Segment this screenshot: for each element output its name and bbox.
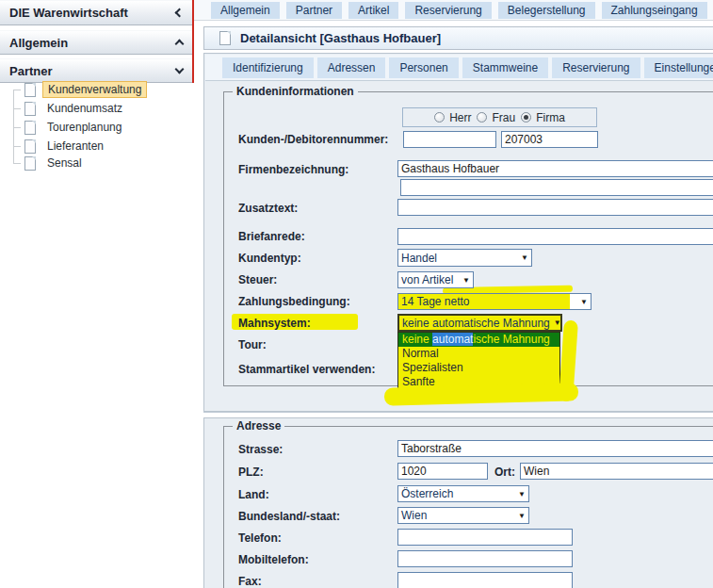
app-window: DIE Warenwirtschaft Allgemein Partner Ku… bbox=[0, 0, 713, 588]
dropdown-arrow-icon: ▼ bbox=[580, 298, 588, 306]
sidebar-item-sensal[interactable]: Sensal bbox=[0, 155, 87, 172]
dropdown-option-normal[interactable]: Normal bbox=[398, 347, 559, 361]
menu-item-partner[interactable]: Partner bbox=[286, 2, 342, 19]
briefanrede-label: Briefanrede: bbox=[238, 230, 305, 243]
sidebar-title: DIE Warenwirtschaft bbox=[9, 6, 128, 20]
ort-label: Ort: bbox=[494, 466, 515, 479]
sidebar-item-tourenplanung[interactable]: Tourenplanung bbox=[0, 119, 126, 136]
groupbox-legend: Adresse bbox=[233, 419, 284, 433]
steuer-select[interactable]: von Artikel ▼ bbox=[397, 271, 474, 288]
document-icon bbox=[24, 139, 36, 154]
zusatztext-input[interactable] bbox=[397, 199, 713, 216]
land-label: Land: bbox=[238, 488, 269, 501]
menu-item-reservierung[interactable]: Reservierung bbox=[405, 2, 491, 19]
kundennummer-input-2[interactable]: 207003 bbox=[501, 131, 598, 148]
mobiltelefon-input[interactable] bbox=[397, 550, 573, 567]
zahlungsbedingung-label: Zahlungsbedingung: bbox=[238, 295, 350, 308]
sidebar-section-label: Partner bbox=[9, 64, 53, 78]
sidebar-item-kundenverwaltung[interactable]: Kundenverwaltung bbox=[0, 81, 147, 98]
fax-label: Fax: bbox=[238, 575, 262, 588]
ort-input[interactable]: Wien bbox=[520, 463, 713, 480]
sidebar-title-bar[interactable]: DIE Warenwirtschaft bbox=[0, 0, 192, 25]
mahnsystem-label: Mahnsystem: bbox=[238, 317, 311, 330]
menu-item-belegerstellung[interactable]: Belegerstellung bbox=[498, 2, 595, 19]
menu-item-zahlungseingang[interactable]: Zahlungseingang bbox=[602, 2, 707, 19]
collapse-sidebar-icon bbox=[175, 8, 185, 18]
option-text: keine bbox=[402, 333, 432, 346]
tree-item-label: Tourenplanung bbox=[42, 120, 126, 135]
tab-stammweine[interactable]: Stammweine bbox=[462, 57, 548, 78]
strasse-label: Strasse: bbox=[238, 443, 283, 456]
select-value: 14 Tage netto bbox=[401, 295, 470, 308]
radio-label: Firma bbox=[536, 111, 565, 124]
tab-personen[interactable]: Personen bbox=[389, 57, 458, 78]
firmenbezeichnung-input-2[interactable] bbox=[400, 179, 713, 196]
groupbox-legend: Kundeninformationen bbox=[233, 85, 358, 98]
dropdown-arrow-icon: ▼ bbox=[462, 276, 470, 285]
dropdown-arrow-icon: ▼ bbox=[518, 490, 526, 498]
tree-item-label: Kundenverwaltung bbox=[42, 81, 147, 98]
radio-frau[interactable]: Frau bbox=[477, 111, 515, 124]
sidebar-item-kundenumsatz[interactable]: Kundenumsatz bbox=[0, 100, 127, 117]
option-text: ische Mahnung bbox=[473, 333, 549, 346]
radio-icon-checked bbox=[521, 112, 531, 122]
tour-label: Tour: bbox=[238, 338, 267, 351]
tree-connector-stub bbox=[13, 163, 21, 164]
chevron-up-icon bbox=[175, 40, 185, 49]
tree-connector-stub bbox=[13, 90, 21, 90]
land-select[interactable]: Österreich ▼ bbox=[397, 485, 529, 502]
tab-einstellungen[interactable]: Einstellungen bbox=[644, 57, 713, 78]
tree-item-label: Kundenumsatz bbox=[42, 101, 127, 116]
select-value: Österreich bbox=[401, 487, 453, 500]
radio-firma[interactable]: Firma bbox=[521, 111, 565, 124]
radio-icon bbox=[434, 112, 445, 122]
document-icon bbox=[24, 156, 36, 171]
menu-item-artikel[interactable]: Artikel bbox=[348, 2, 398, 19]
stammartikel-label: Stammartikel verwenden: bbox=[238, 363, 375, 376]
detail-tabbar: Identifizierung Adressen Personen Stammw… bbox=[205, 55, 713, 81]
salutation-radio-group: Herr Frau Firma bbox=[402, 107, 597, 127]
tab-reservierung[interactable]: Reservierung bbox=[552, 57, 640, 78]
plz-input[interactable]: 1020 bbox=[397, 463, 488, 480]
menu-item-allgemein[interactable]: Allgemein bbox=[211, 2, 280, 19]
radio-herr[interactable]: Herr bbox=[434, 111, 471, 124]
menubar: Allgemein Partner Artikel Reservierung B… bbox=[194, 0, 713, 21]
dropdown-option-keine-automatische-mahnung[interactable]: keine automatische Mahnung bbox=[398, 333, 559, 347]
sidebar-section-partner[interactable]: Partner bbox=[0, 58, 192, 83]
kundennummer-input-1[interactable] bbox=[403, 131, 496, 148]
radio-label: Frau bbox=[492, 111, 515, 124]
sidebar-section-label: Allgemein bbox=[9, 36, 68, 50]
strasse-input[interactable]: Taborstraße bbox=[397, 440, 713, 457]
steuer-label: Steuer: bbox=[238, 273, 277, 286]
radio-label: Herr bbox=[449, 111, 471, 124]
sidebar-item-lieferanten[interactable]: Lieferanten bbox=[0, 138, 108, 155]
dropdown-option-spezialisten[interactable]: Spezialisten bbox=[398, 361, 559, 375]
fax-input[interactable] bbox=[397, 572, 573, 588]
panel-divider bbox=[203, 412, 713, 413]
mahnsystem-select[interactable]: keine automatische Mahnung ▼ bbox=[397, 314, 562, 332]
zusatztext-label: Zusatztext: bbox=[238, 202, 298, 215]
mahnsystem-dropdown-list: keine automatische Mahnung Normal Spezia… bbox=[397, 332, 560, 389]
bundesland-label: Bundesland/-staat: bbox=[238, 510, 340, 523]
briefanrede-input[interactable] bbox=[397, 228, 713, 245]
zahlungsbedingung-select[interactable]: 14 Tage netto ▼ bbox=[397, 293, 591, 310]
select-value: Wien bbox=[401, 509, 427, 522]
kundentyp-label: Kundentyp: bbox=[238, 252, 301, 265]
tree-connector-stub bbox=[13, 127, 21, 128]
kundentyp-select[interactable]: Handel ▼ bbox=[397, 249, 532, 267]
detail-view-title-bar: Detailansicht [Gasthaus Hofbauer] bbox=[203, 26, 713, 50]
tree-item-label: Sensal bbox=[42, 155, 87, 171]
plz-label: PLZ: bbox=[238, 466, 264, 479]
dropdown-arrow-icon: ▼ bbox=[518, 512, 526, 520]
tab-adressen[interactable]: Adressen bbox=[317, 57, 386, 78]
document-icon bbox=[219, 31, 231, 45]
bundesland-select[interactable]: Wien ▼ bbox=[397, 507, 529, 524]
sidebar-section-allgemein[interactable]: Allgemein bbox=[0, 30, 192, 55]
tree-connector-stub bbox=[13, 146, 21, 147]
telefon-label: Telefon: bbox=[238, 531, 282, 545]
dropdown-arrow-icon: ▼ bbox=[554, 318, 561, 327]
telefon-input[interactable] bbox=[397, 529, 573, 546]
firmenbezeichnung-input-1[interactable]: Gasthaus Hofbauer bbox=[397, 160, 713, 177]
tab-identifizierung[interactable]: Identifizierung bbox=[222, 57, 314, 78]
select-value: keine automatische Mahnung bbox=[402, 317, 550, 330]
